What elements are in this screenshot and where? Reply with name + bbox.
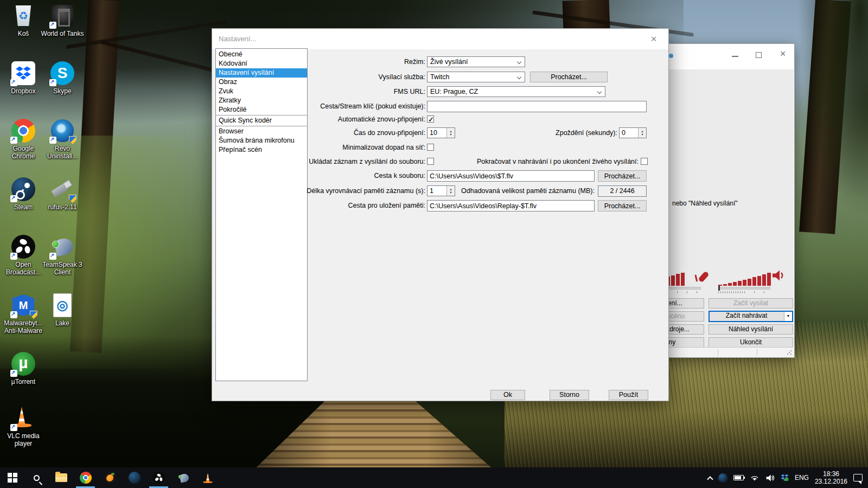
taskbar-teamspeak[interactable] bbox=[171, 467, 195, 488]
shortcut-arrow-icon bbox=[10, 79, 17, 86]
estimated-size-label: Odhadovaná velikost paměti záznamu (MB): bbox=[430, 187, 595, 195]
replay-path-browse-button[interactable]: Procházet... bbox=[598, 200, 647, 211]
dialog-titlebar[interactable]: Nastavení... bbox=[212, 29, 668, 49]
obs-start-streaming-button[interactable]: Začít vysílat bbox=[709, 298, 793, 309]
stream-key-input[interactable] bbox=[427, 101, 647, 112]
taskbar-vlc[interactable] bbox=[195, 467, 220, 488]
revo-uninstaller-icon bbox=[50, 118, 75, 143]
delay-stepper[interactable]: 0 ▲▼ bbox=[619, 127, 647, 138]
cancel-button[interactable]: Storno bbox=[550, 390, 589, 400]
steam-icon bbox=[11, 177, 36, 202]
obs-hint-text: nebo "Náhled vysílání" bbox=[672, 200, 738, 207]
taskbar-clock[interactable]: 18:36 23.12.2016 bbox=[815, 470, 847, 485]
spinner-arrows-icon[interactable]: ▲▼ bbox=[446, 128, 455, 138]
obs-exit-button[interactable]: Ukončit bbox=[709, 337, 793, 348]
apply-button[interactable]: Použít bbox=[609, 390, 648, 400]
file-path-browse-button[interactable]: Procházet... bbox=[598, 170, 647, 182]
taskbar-search-button[interactable] bbox=[24, 467, 49, 488]
replay-path-input[interactable] bbox=[427, 200, 595, 211]
tray-steam-icon[interactable] bbox=[718, 473, 727, 483]
stream-key-label: Cesta/Stream klíč (pokud existuje): bbox=[293, 102, 425, 110]
obs-preview-stream-button[interactable]: Náhled vysílání bbox=[709, 324, 793, 335]
uac-shield-icon bbox=[30, 311, 37, 319]
desktop-icon-malwarebytes[interactable]: Malwarebyt... Anti-Malware bbox=[1, 293, 46, 335]
speaker-slider-ticks bbox=[744, 291, 770, 293]
recycle-bin-icon bbox=[11, 3, 36, 28]
file-path-input[interactable] bbox=[427, 170, 595, 182]
lake-file-icon bbox=[50, 293, 75, 318]
minimize-network-checkbox[interactable] bbox=[427, 144, 434, 151]
obs-start-recording-button[interactable]: Začít nahrávat bbox=[709, 311, 793, 322]
fms-url-label: FMS URL: bbox=[293, 88, 425, 95]
desktop-icon-skype[interactable]: Skype bbox=[40, 61, 85, 95]
desktop-icon-google-chrome[interactable]: Google Chrome bbox=[1, 118, 46, 160]
shortcut-arrow-icon bbox=[49, 79, 56, 86]
speaker-volume-slider[interactable] bbox=[718, 287, 770, 290]
desktop-icon-lake[interactable]: Lake bbox=[40, 293, 85, 327]
steam-icon bbox=[129, 472, 141, 484]
taskbar: ENG 18:36 23.12.2016 bbox=[0, 467, 868, 488]
taskbar-file-explorer[interactable] bbox=[49, 467, 73, 488]
search-icon bbox=[34, 475, 40, 481]
close-icon[interactable] bbox=[648, 33, 660, 45]
action-center-icon[interactable] bbox=[853, 474, 863, 481]
service-select[interactable]: Twitch bbox=[427, 72, 525, 82]
microphone-icon[interactable] bbox=[698, 271, 709, 282]
speaker-icon[interactable] bbox=[771, 269, 786, 282]
speaker-slider-handle[interactable] bbox=[718, 286, 720, 291]
desktop-icon-world-of-tanks[interactable]: World of Tanks bbox=[40, 3, 85, 37]
speaker-slider-ticks bbox=[718, 291, 743, 293]
desktop-icon-steam[interactable]: Steam bbox=[1, 177, 46, 211]
desktop-icon-obs[interactable]: Open Broadcast... bbox=[1, 234, 46, 276]
speaker-icon[interactable] bbox=[765, 474, 775, 482]
mode-value: Živé vysílání bbox=[430, 58, 468, 66]
ok-button[interactable]: Ok bbox=[490, 390, 525, 400]
desktop-icon-revo-uninstaller[interactable]: Revo Uninstall... bbox=[40, 118, 85, 160]
taskbar-steam[interactable] bbox=[122, 467, 146, 488]
desktop-icon-recycle-bin[interactable]: Koš bbox=[1, 3, 46, 37]
keep-recording-checkbox[interactable] bbox=[641, 158, 648, 165]
chevron-down-icon bbox=[517, 60, 521, 64]
desktop-icon-label: VLC media player bbox=[1, 432, 46, 447]
spinner-arrows-icon[interactable]: ▲▼ bbox=[638, 128, 646, 138]
start-button[interactable] bbox=[0, 467, 24, 488]
tray-expand-icon[interactable] bbox=[707, 476, 713, 482]
reconnect-time-stepper[interactable]: 10 ▲▼ bbox=[427, 127, 455, 138]
chevron-down-icon bbox=[517, 75, 521, 79]
service-label: Vysílací služba: bbox=[293, 73, 425, 81]
service-browse-button[interactable]: Procházet... bbox=[530, 72, 608, 82]
minimize-icon[interactable] bbox=[732, 56, 738, 57]
buffer-length-label: Délka vyrovnávací paměti záznamu (s): bbox=[293, 187, 425, 195]
nav-separator bbox=[216, 126, 307, 126]
desktop-icon-vlc[interactable]: VLC media player bbox=[1, 406, 46, 447]
world-of-tanks-icon bbox=[50, 3, 75, 28]
shortcut-arrow-icon bbox=[49, 22, 56, 29]
save-record-label: Ukládat záznam z vysílání do souboru: bbox=[293, 158, 425, 165]
maximize-icon[interactable] bbox=[756, 52, 762, 58]
desktop-icon-utorrent[interactable]: µTorrent bbox=[1, 351, 46, 386]
close-icon[interactable] bbox=[777, 48, 788, 59]
mode-select[interactable]: Živé vysílání bbox=[427, 56, 525, 67]
fms-url-select[interactable]: EU: Prague, CZ bbox=[427, 86, 605, 97]
reconnect-time-value: 10 bbox=[430, 129, 437, 137]
desktop-icon-rufus[interactable]: rufus-2.11 bbox=[40, 177, 85, 211]
desktop-icon-label: Lake bbox=[40, 319, 85, 327]
battery-icon[interactable] bbox=[733, 475, 744, 480]
language-indicator[interactable]: ENG bbox=[795, 474, 809, 481]
dropbox-icon[interactable] bbox=[781, 474, 789, 481]
taskbar-obs[interactable] bbox=[146, 467, 171, 488]
desktop-icon-teamspeak[interactable]: TeamSpeak 3 Client bbox=[40, 234, 85, 276]
obs-app-icon bbox=[669, 54, 673, 58]
wifi-icon[interactable] bbox=[750, 474, 760, 481]
chevron-down-icon[interactable] bbox=[784, 312, 792, 321]
obs-icon bbox=[153, 472, 165, 484]
windows-logo-icon bbox=[8, 473, 17, 483]
taskbar-chrome[interactable] bbox=[73, 467, 98, 488]
resize-grip[interactable] bbox=[787, 350, 792, 355]
desktop-icon-dropbox[interactable]: Dropbox bbox=[1, 61, 46, 95]
desktop-icon-label: Open Broadcast... bbox=[1, 261, 46, 276]
keep-recording-label: Pokračovat v nahrávání i po ukončení živ… bbox=[427, 158, 639, 165]
taskbar-fl-studio[interactable] bbox=[98, 467, 122, 488]
replay-path-label: Cesta pro uložení paměti: bbox=[293, 202, 425, 209]
auto-reconnect-checkbox[interactable] bbox=[427, 115, 434, 123]
